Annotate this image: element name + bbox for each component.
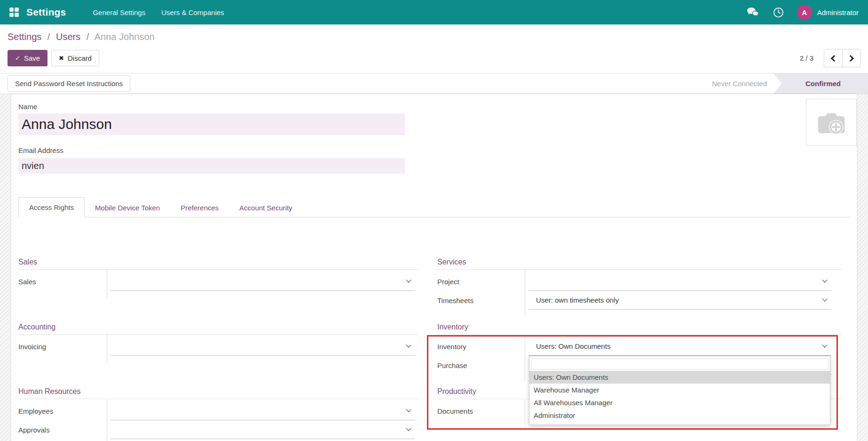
section-title-services: Services [437,258,842,266]
x-icon: ✖ [59,55,64,62]
notebook-tabs: Access Rights Mobile Device Token Prefer… [18,197,850,217]
camera-plus-icon [816,109,847,136]
project-select[interactable] [529,272,831,291]
pager-count[interactable]: 2 / 3 [800,54,813,62]
breadcrumb-separator: / [47,32,50,42]
dropdown-option-administrator[interactable]: Administrator [529,409,830,422]
field-label-timesheets: Timesheets [437,297,525,305]
user-name: Administrator [817,8,859,16]
field-row: Sales [18,272,418,291]
right-column: Services Project Timesheets User: own ti… [437,258,842,439]
field-label-project: Project [437,278,525,286]
breadcrumb: Settings / Users / Anna Johnson [8,32,860,42]
chevron-down-icon [406,342,411,347]
breadcrumb-current: Anna Johnson [95,32,155,42]
menu-item-general-settings[interactable]: General Settings [85,1,153,24]
activities-clock-icon[interactable] [773,7,784,18]
email-label: Email Address [18,146,850,154]
chevron-down-icon [822,277,827,282]
settings-user-form-page: Settings General Settings Users & Compan… [0,0,868,441]
name-input[interactable]: Anna Johnson [18,113,405,135]
field-row: Approvals [18,420,418,439]
field-label-sales: Sales [18,278,107,286]
control-panel: Settings / Users / Anna Johnson ✓ Save ✖… [0,24,868,73]
field-row: Project [437,272,842,291]
field-label-invoicing: Invoicing [18,343,107,351]
section-human-resources: Human Resources Employees Approvals [18,387,418,439]
employees-select[interactable] [110,401,415,420]
stage-confirmed[interactable]: Confirmed [773,73,868,94]
pager-prev-button[interactable] [824,49,842,67]
field-row: Timesheets User: own timesheets only [437,291,842,310]
avatar-upload-box[interactable] [806,99,857,146]
field-label-purchase: Purchase [437,361,525,369]
tab-mobile-device-token[interactable]: Mobile Device Token [85,198,170,217]
field-row: Invoicing [18,337,418,356]
chevron-down-icon [406,407,411,412]
email-input[interactable]: nvien [18,158,405,174]
field-label-approvals: Approvals [18,426,107,434]
save-button[interactable]: ✓ Save [8,50,47,66]
dropdown-option-users-own-documents[interactable]: Users: Own Documents [529,371,830,384]
left-column: Sales Sales Accounting [18,258,418,439]
action-status-row: Send Password Reset Instructions Never C… [0,73,868,94]
field-row: Inventory Users: Own Documents Users [437,337,842,356]
tab-access-rights[interactable]: Access Rights [18,197,85,217]
user-avatar[interactable]: A [797,5,812,20]
field-label-employees: Employees [18,407,107,415]
chevron-down-icon [406,277,411,282]
timesheets-select[interactable]: User: own timesheets only [529,291,831,310]
apps-grid-icon[interactable] [9,8,19,17]
dropdown-option-blank[interactable] [531,358,829,369]
user-menu[interactable]: A Administrator [797,5,859,20]
menu-item-users-companies[interactable]: Users & Companies [153,1,232,24]
field-label-documents: Documents [437,407,525,415]
send-password-reset-button[interactable]: Send Password Reset Instructions [8,75,130,92]
tab-preferences[interactable]: Preferences [170,198,229,217]
tab-account-security[interactable]: Account Security [229,198,303,217]
field-label-inventory: Inventory [437,343,525,351]
field-row: Employees [18,401,418,420]
section-inventory: Inventory Inventory Users: Own Documents [437,323,842,375]
dropdown-option-all-warehouses-manager[interactable]: All Warehouses Manager [529,396,830,409]
breadcrumb-link-settings[interactable]: Settings [8,32,41,42]
statusbar: Never Connected Confirmed [712,73,868,94]
sales-select[interactable] [110,272,415,291]
section-title-accounting: Accounting [18,323,418,331]
invoicing-select[interactable] [110,337,415,356]
pager: 2 / 3 [800,49,860,67]
inventory-select[interactable]: Users: Own Documents Users: Own Document… [529,337,831,356]
access-rights-content: Sales Sales Accounting [18,258,850,439]
chevron-down-icon [822,342,827,347]
section-accounting: Accounting Invoicing [18,323,418,356]
inventory-dropdown: Users: Own Documents Warehouse Manager A… [529,356,830,425]
dropdown-option-warehouse-manager[interactable]: Warehouse Manager [529,384,830,396]
top-navbar: Settings General Settings Users & Compan… [0,0,868,24]
chevron-left-icon [831,55,837,61]
messages-icon[interactable] [747,7,759,17]
section-title-sales: Sales [18,258,418,266]
chevron-down-icon [406,425,411,431]
discard-button[interactable]: ✖ Discard [51,50,99,66]
name-label: Name [18,103,850,111]
section-services: Services Project Timesheets User: own ti… [437,258,842,310]
approvals-select[interactable] [110,420,415,439]
section-title-human-resources: Human Resources [18,387,418,396]
form-background: Name Anna Johnson Email Address nvien Ac… [0,94,868,441]
breadcrumb-link-users[interactable]: Users [56,32,80,42]
breadcrumb-separator: / [87,32,89,42]
chevron-down-icon [822,296,827,301]
section-sales: Sales Sales [18,258,418,291]
stage-never-connected[interactable]: Never Connected [712,73,773,94]
check-icon: ✓ [15,55,20,62]
app-title[interactable]: Settings [26,7,66,18]
chevron-right-icon [847,55,853,61]
form-sheet: Name Anna Johnson Email Address nvien Ac… [11,94,857,441]
section-title-inventory: Inventory [437,323,842,331]
pager-next-button[interactable] [842,49,860,67]
